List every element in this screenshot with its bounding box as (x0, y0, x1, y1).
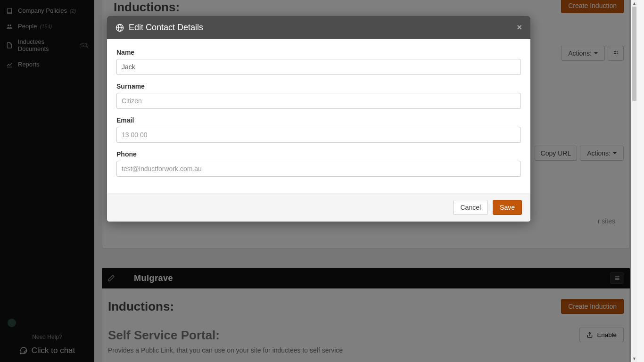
cancel-button[interactable]: Cancel (453, 200, 488, 215)
scrollbar-thumb[interactable] (632, 7, 636, 101)
save-button[interactable]: Save (493, 200, 522, 215)
phone-input[interactable] (116, 161, 521, 177)
phone-label: Phone (116, 150, 521, 158)
surname-label: Surname (116, 82, 521, 90)
scrollbar-track[interactable] (631, 7, 637, 355)
scroll-down-button[interactable]: ▼ (631, 355, 637, 362)
email-label: Email (116, 116, 521, 124)
modal-close-button[interactable]: × (517, 23, 522, 33)
vertical-scrollbar[interactable]: ▲ ▼ (631, 0, 637, 362)
edit-contact-modal: Edit Contact Details × Name Surname Emai… (107, 16, 530, 222)
surname-input[interactable] (116, 93, 521, 109)
modal-title: Edit Contact Details (129, 23, 203, 33)
name-label: Name (116, 49, 521, 56)
scroll-up-button[interactable]: ▲ (631, 0, 637, 7)
globe-icon (116, 24, 124, 32)
email-input[interactable] (116, 127, 521, 143)
name-input[interactable] (116, 59, 521, 75)
modal-header: Edit Contact Details × (107, 16, 530, 39)
